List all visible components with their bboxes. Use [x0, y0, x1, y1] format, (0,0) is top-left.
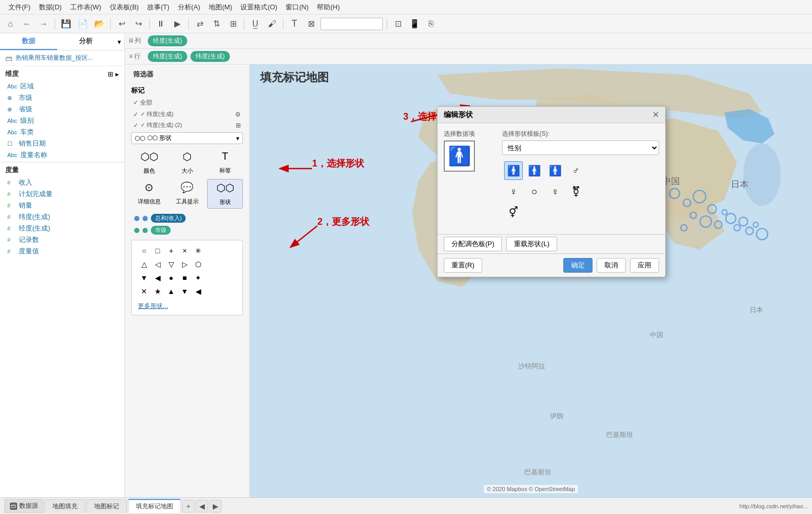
- shape-cross[interactable]: ×: [178, 245, 191, 257]
- menu-worksheet[interactable]: 工作表(W): [66, 2, 106, 13]
- row-pill-lat2[interactable]: 纬度(生成): [190, 51, 230, 62]
- apply-btn[interactable]: 应用: [630, 258, 659, 273]
- menu-map[interactable]: 地图(M): [204, 2, 237, 13]
- tab-analysis[interactable]: 分析: [57, 33, 114, 50]
- shape-circle[interactable]: ○: [138, 245, 150, 257]
- marks-lat2-icon[interactable]: ⊞: [236, 122, 241, 129]
- share-button[interactable]: ⎘: [424, 17, 439, 31]
- marks-color-btn[interactable]: ⬡⬡ 颜色: [131, 148, 167, 177]
- ok-btn[interactable]: 确定: [563, 258, 592, 273]
- shape-fill-circle[interactable]: ●: [165, 272, 177, 284]
- field-chelei[interactable]: Abc 车类: [5, 126, 119, 138]
- swap-button[interactable]: ⇄: [192, 17, 207, 31]
- shape-star[interactable]: ★: [151, 285, 164, 298]
- dialog-shape-female2[interactable]: ♀: [546, 182, 564, 201]
- marks-lat-settings-icon[interactable]: ⚙: [235, 111, 241, 118]
- shape-asterisk[interactable]: ✳: [192, 245, 204, 257]
- menu-dashboard[interactable]: 仪表板(B): [106, 2, 143, 13]
- undo-button[interactable]: ↩: [114, 17, 129, 31]
- sheet-tab-3[interactable]: 填充标记地图: [128, 499, 181, 513]
- highlight-button[interactable]: 🖌: [265, 17, 279, 31]
- dim-menu-icon[interactable]: ▸: [115, 70, 119, 78]
- present-button[interactable]: ⊡: [391, 17, 405, 31]
- shape-triangle-left[interactable]: ◁: [151, 258, 164, 271]
- more-shapes-link[interactable]: 更多形状...: [134, 300, 240, 313]
- dialog-close-button[interactable]: ✕: [652, 110, 659, 120]
- back-button[interactable]: ←: [20, 17, 34, 31]
- field-measure-val[interactable]: # 度量值: [5, 246, 119, 257]
- menu-analysis[interactable]: 分析(A): [174, 2, 204, 13]
- shape-x-fill[interactable]: ✕: [138, 285, 150, 298]
- reload-btn[interactable]: 重载形状(L): [506, 237, 557, 251]
- field-quyu[interactable]: Abc 区域: [5, 81, 119, 92]
- dialog-shape-circle[interactable]: ○: [525, 182, 544, 201]
- search-input[interactable]: [320, 18, 383, 30]
- field-shiji[interactable]: ⊕ 市级: [5, 92, 119, 104]
- menu-help[interactable]: 帮助(H): [313, 2, 344, 13]
- marks-tooltip-btn[interactable]: 💬 工具提示: [169, 179, 205, 209]
- text-button[interactable]: T: [287, 17, 302, 31]
- dialog-shape-male3[interactable]: 🚹: [546, 161, 564, 180]
- shape-plus[interactable]: +: [165, 245, 177, 257]
- shape-fill-triangle[interactable]: ▼: [138, 272, 150, 284]
- shape-fill-arrow-left[interactable]: ◀: [192, 285, 204, 298]
- marks-lat2-chevron[interactable]: ✓: [133, 122, 138, 129]
- add-sheet-btn[interactable]: +: [182, 500, 195, 512]
- shape-square[interactable]: □: [151, 245, 164, 257]
- row-pill-lat1[interactable]: 纬度(生成): [148, 51, 187, 62]
- underline-button[interactable]: U̲: [248, 17, 263, 31]
- dialog-shape-female1[interactable]: ♀: [504, 182, 523, 201]
- save-button[interactable]: 💾: [59, 17, 73, 31]
- shape-fill-triangle-up[interactable]: ▲: [165, 285, 177, 298]
- sidebar-arrow[interactable]: ▾: [114, 33, 124, 50]
- shape-hex[interactable]: ⬡: [192, 258, 204, 271]
- reset-btn[interactable]: 重置(R): [444, 258, 482, 273]
- sheet-tab-1[interactable]: 地图填充: [45, 499, 85, 513]
- dialog-shape-male4[interactable]: ♂: [566, 161, 585, 180]
- dialog-shape-intersex[interactable]: ⚧: [566, 182, 585, 201]
- cancel-btn[interactable]: 取消: [597, 258, 626, 273]
- shape-fill-triangle-down2[interactable]: ▼: [178, 285, 191, 298]
- forward-button[interactable]: →: [36, 17, 51, 31]
- datasource-item[interactable]: 🗃 热销乘用车销量数据_按区...: [0, 50, 124, 66]
- shape-triangle-up[interactable]: △: [138, 258, 150, 271]
- redo-button[interactable]: ↪: [131, 17, 146, 31]
- run-button[interactable]: ▶: [170, 17, 185, 31]
- marks-lat-chevron[interactable]: ✓: [133, 111, 138, 118]
- fit-button[interactable]: ⊞: [226, 17, 240, 31]
- sort-button[interactable]: ⇅: [209, 17, 224, 31]
- home-button[interactable]: ⌂: [3, 17, 18, 31]
- open-button[interactable]: 📂: [92, 17, 107, 31]
- clear-button[interactable]: ⊠: [304, 17, 318, 31]
- shape-triangle-down[interactable]: ▽: [165, 258, 177, 271]
- field-date[interactable]: ☐ 销售日期: [5, 138, 119, 149]
- shape-fill-square[interactable]: ■: [178, 272, 191, 284]
- device-button[interactable]: 📱: [407, 17, 422, 31]
- marks-type-dropdown[interactable]: ⬡⬡ ⬡⬡ 形状 ▾: [131, 132, 243, 144]
- dialog-shape-male1[interactable]: 🚹: [504, 161, 523, 180]
- field-lon-gen[interactable]: # 经度(生成): [5, 223, 119, 234]
- dim-grid-icon[interactable]: ⊞: [108, 70, 113, 78]
- field-records[interactable]: # 记录数: [5, 234, 119, 246]
- left-sheet-btn[interactable]: ◀: [196, 500, 208, 512]
- right-sheet-btn[interactable]: ▶: [209, 500, 222, 512]
- template-select[interactable]: 性别: [502, 140, 659, 155]
- pill-income[interactable]: 总和(收入): [151, 214, 186, 223]
- menu-story[interactable]: 故事(T): [143, 2, 174, 13]
- marks-size-btn[interactable]: ⬡ 大小: [169, 148, 205, 177]
- shape-triangle-right[interactable]: ▷: [178, 258, 191, 271]
- pause-button[interactable]: ⏸: [153, 17, 168, 31]
- shape-4point[interactable]: ✦: [192, 272, 204, 284]
- new-button[interactable]: 📄: [75, 17, 90, 31]
- col-pill-lon[interactable]: 经度(生成): [148, 35, 187, 46]
- menu-format[interactable]: 设置格式(O): [236, 2, 281, 13]
- distribute-btn[interactable]: 分配调色板(P): [444, 237, 502, 251]
- field-shengji[interactable]: ⊕ 省级: [5, 104, 119, 115]
- field-lat-gen[interactable]: # 纬度(生成): [5, 211, 119, 223]
- menu-file[interactable]: 文件(F): [4, 2, 35, 13]
- marks-shape-btn[interactable]: ⬡⬡ 形状: [207, 179, 243, 209]
- shape-fill-left[interactable]: ◀: [151, 272, 164, 284]
- datasource-tab[interactable]: 🗃 数据源: [4, 499, 44, 513]
- field-income[interactable]: # 收入: [5, 177, 119, 188]
- pill-city[interactable]: 市级: [151, 226, 171, 235]
